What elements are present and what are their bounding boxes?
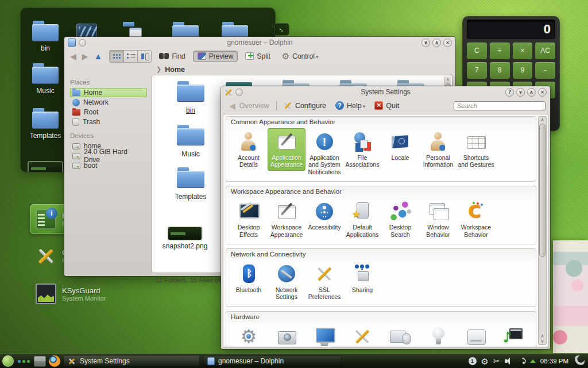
settings-item[interactable]: Removable Devices <box>457 323 495 347</box>
scroll-up-icon[interactable]: ∧ <box>539 117 546 122</box>
file-item-bin[interactable]: bin <box>165 81 216 114</box>
file-item-music[interactable]: Music <box>165 125 216 158</box>
titlebar-menu-button[interactable] <box>79 39 86 47</box>
icons-view-button[interactable] <box>110 51 123 62</box>
activity-dots-icon[interactable] <box>17 360 31 363</box>
details-view-button[interactable] <box>123 51 137 62</box>
titlebar-menu-button[interactable] <box>235 89 243 96</box>
desktop-file-snapshot[interactable] <box>25 162 65 172</box>
breadcrumb-home[interactable]: Home <box>165 66 185 74</box>
settings-item[interactable]: Sharing <box>343 260 381 296</box>
configure-button[interactable]: Configure <box>281 100 328 111</box>
file-item-templates[interactable]: Templates <box>165 167 216 201</box>
back-icon[interactable]: ◀ <box>69 52 78 61</box>
maximize-button[interactable]: ∧ <box>432 39 441 47</box>
tray-expand-icon[interactable] <box>530 359 536 363</box>
search-input[interactable] <box>454 101 546 110</box>
network-icon[interactable] <box>517 358 525 365</box>
settings-item[interactable]: Display and Monit... <box>305 323 343 347</box>
file-item-snapshot[interactable]: snapshot2.png <box>159 227 211 250</box>
settings-item[interactable]: Multimedia <box>495 323 533 347</box>
system-settings-titlebar[interactable]: System Settings ? ∨ ∧ × <box>221 86 550 98</box>
quit-button[interactable]: × Quit <box>372 100 401 111</box>
desktop-folder-music[interactable]: Music <box>25 63 65 95</box>
help-menu-button[interactable]: ? Help ▾ <box>333 100 368 111</box>
calc-key[interactable]: 7 <box>467 62 487 79</box>
close-button[interactable]: × <box>443 39 452 47</box>
places-item-network[interactable]: Network <box>70 98 147 107</box>
help-button[interactable]: ? <box>505 88 514 97</box>
settings-item[interactable]: Power Management <box>419 323 457 347</box>
calc-key[interactable]: 9 <box>513 62 533 79</box>
settings-item[interactable]: Application Appearance <box>268 128 305 171</box>
volume-icon[interactable] <box>505 358 513 365</box>
settings-item[interactable]: SSL Preferences <box>305 260 343 303</box>
scrollbar-thumb[interactable] <box>539 124 546 257</box>
overview-button[interactable]: ◀ Overview <box>226 100 272 112</box>
task-system-settings[interactable]: System Settings <box>63 355 200 367</box>
scroll-up-icon[interactable]: ∧ <box>539 334 546 339</box>
columns-view-button[interactable] <box>137 51 151 62</box>
notification-badge[interactable]: 1 <box>469 357 477 365</box>
calc-key[interactable]: AC <box>535 43 555 59</box>
dolphin-titlebar[interactable]: gnomesuer – Dolphin ∨ ∧ × <box>64 37 455 48</box>
settings-item[interactable]: Shortcuts and Gestures <box>457 128 495 171</box>
settings-item[interactable]: Workspace Behavior <box>457 198 495 240</box>
settings-item[interactable]: Accessibility <box>305 198 343 233</box>
settings-item[interactable]: Digital Camera <box>268 323 305 347</box>
minimize-button[interactable]: ∨ <box>516 88 525 97</box>
task-dolphin[interactable]: gnomesuer – Dolphin <box>203 355 342 367</box>
firefox-icon[interactable] <box>49 355 60 367</box>
settings-item[interactable]: Bluetooth <box>230 260 268 296</box>
maximize-button[interactable]: ∧ <box>527 88 536 97</box>
calc-key[interactable]: × <box>513 43 533 59</box>
settings-item[interactable]: Device Actions <box>230 323 268 347</box>
settings-item[interactable]: Desktop Effects <box>230 198 268 240</box>
calc-key[interactable]: C <box>467 43 487 59</box>
places-item-trash[interactable]: Trash <box>70 117 147 126</box>
photo-widget[interactable] <box>553 240 588 353</box>
settings-item[interactable]: Default Applications <box>343 198 381 240</box>
settings-item[interactable]: Account Details <box>230 128 268 171</box>
plasma-cashew-icon[interactable] <box>573 355 585 367</box>
settings-item[interactable]: Input Devices <box>381 323 419 347</box>
desktop-pager[interactable] <box>34 356 46 367</box>
file-label: Templates <box>165 193 216 201</box>
tray-gear-icon[interactable]: ⚙ <box>481 357 489 366</box>
preview-image-icon <box>198 52 206 60</box>
settings-scrollbar[interactable]: ∧ ∧ ∨ <box>538 116 547 345</box>
places-item-home[interactable]: Home <box>70 88 147 97</box>
breadcrumb[interactable]: ❯ Home <box>64 64 455 75</box>
app-launcher-icon[interactable] <box>2 355 14 367</box>
scroll-down-icon[interactable]: ∨ <box>539 339 546 344</box>
forward-icon[interactable]: ▶ <box>81 52 90 61</box>
desktop-folder-bin[interactable]: bin <box>25 21 65 52</box>
settings-item[interactable]: Locale <box>381 128 419 163</box>
split-button[interactable]: Split <box>241 51 274 62</box>
settings-item[interactable]: File Associations <box>343 128 381 171</box>
desktop-folder-templates[interactable]: Templates <box>25 108 65 140</box>
clock[interactable]: 08:39 PM <box>540 358 568 365</box>
widget-resize-handle[interactable]: ↔ <box>274 23 289 36</box>
settings-item[interactable]: Desktop Search <box>381 198 419 240</box>
device-item-hdd[interactable]: 24.0 GiB Hard Drive <box>70 151 147 160</box>
preview-button[interactable]: Preview <box>193 51 238 62</box>
find-button[interactable]: Find <box>155 51 189 62</box>
settings-item[interactable]: Information Sources <box>343 323 381 347</box>
control-button[interactable]: ⚙ Control ▾ <box>278 51 323 62</box>
close-button[interactable]: × <box>538 88 547 97</box>
klipper-scissors-icon[interactable]: ✂ <box>493 357 500 365</box>
settings-item[interactable]: Application and System Notifications <box>305 128 343 178</box>
calc-key[interactable]: - <box>535 62 555 79</box>
settings-item[interactable]: Personal Information <box>419 128 457 171</box>
settings-item[interactable]: Workspace Appearance <box>268 198 305 240</box>
scroll-up-icon[interactable]: ∧ <box>444 77 451 82</box>
settings-item[interactable]: Window Behavior <box>419 198 457 240</box>
settings-item[interactable]: Network Settings <box>268 260 305 303</box>
calc-key[interactable]: ÷ <box>490 43 510 59</box>
up-icon[interactable]: ▲ <box>93 51 104 61</box>
category-header: Workspace Appearance and Behavior <box>226 186 536 195</box>
places-item-root[interactable]: Root <box>70 108 147 117</box>
minimize-button[interactable]: ∨ <box>421 39 430 47</box>
calc-key[interactable]: 8 <box>490 62 510 79</box>
